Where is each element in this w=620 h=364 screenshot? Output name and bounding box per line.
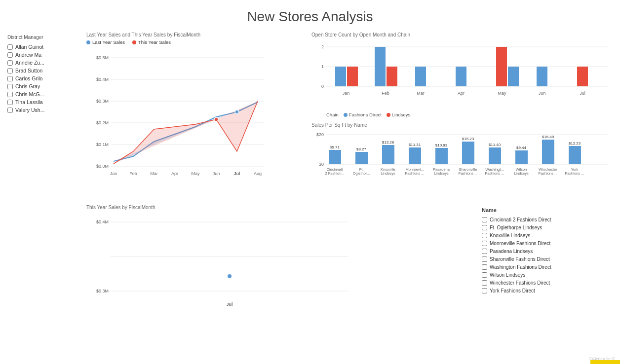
svg-text:Aug: Aug [254,171,262,176]
district-manager-filter: District Manager Allan GuinotAndrew MaAn… [0,30,79,364]
last-year-legend: Last Year Sales [86,39,125,45]
manager-item[interactable]: Tina Lassila [7,99,72,105]
name-filter-label: Cincinnati 2 Fashions Direct [490,217,551,222]
svg-text:2: 2 [321,44,324,49]
name-filter-item[interactable]: Ft. Oglethorpe Lindseys [482,225,610,230]
open-store-chart: 2 1 0 [311,39,613,111]
name-filter-label: Ft. Oglethorpe Lindseys [490,225,542,230]
svg-text:$15.23: $15.23 [462,137,474,141]
svg-point-22 [235,110,239,114]
name-filter-checkbox[interactable] [482,264,487,270]
svg-rect-61 [462,142,474,164]
last-year-dot [86,40,90,44]
last-year-label: Last Year Sales [92,39,125,45]
manager-item[interactable]: Allan Guinot [7,44,72,50]
name-filter-checkbox[interactable] [482,249,487,254]
name-filter-item[interactable]: York Fashions Direct [482,288,610,293]
name-filter-label: Wilson Lindseys [490,272,525,278]
name-filter-item[interactable]: Cincinnati 2 Fashions Direct [482,217,610,222]
name-filter-item[interactable]: Pasadena Lindseys [482,249,610,254]
svg-text:$0.4M: $0.4M [96,219,109,224]
manager-checkbox[interactable] [7,84,13,89]
manager-name: Valery Ush... [15,107,44,113]
svg-text:Jan: Jan [110,171,117,176]
svg-rect-38 [537,67,547,86]
name-filter-checkbox[interactable] [482,256,487,262]
manager-name: Chris McG... [15,91,44,97]
name-filter-item[interactable]: Monroeville Fashions Direct [482,241,610,246]
sales-sqft-title: Sales Per Sq Ft by Name [311,122,613,128]
line-chart-svg: $0.5M $0.4M $0.3M $0.2M $0.1M $0.0M Jan … [86,48,269,181]
svg-text:$20: $20 [316,132,324,137]
svg-text:Jul: Jul [226,302,232,307]
manager-checkbox[interactable] [7,68,13,73]
this-year-label: This Year Sales [138,39,171,45]
manager-item[interactable]: Andrew Ma [7,52,72,58]
manager-checkbox[interactable] [7,52,13,58]
fashions-direct-legend: Fashions Direct [344,112,382,117]
svg-rect-55 [382,145,394,164]
manager-checkbox[interactable] [7,60,13,66]
this-year-title: This Year Sales by FiscalMonth [86,205,465,210]
this-year-chart-svg: $0.4M $0.3M Jul [86,212,358,330]
right-charts: Open Store Count by Open Month and Chain… [309,30,615,197]
name-filter-item[interactable]: Knoxville Lindseys [482,233,610,238]
name-filter-checkbox[interactable] [482,217,487,222]
svg-text:Oglethor...: Oglethor... [353,171,370,176]
name-filter-item[interactable]: Winchester Fashions Direct [482,280,610,286]
svg-text:Lindseys: Lindseys [514,171,529,176]
svg-rect-59 [435,148,448,164]
svg-text:$8.27: $8.27 [356,147,367,151]
manager-checkbox[interactable] [7,44,13,50]
name-filter-checkbox[interactable] [482,225,487,230]
svg-rect-30 [335,67,346,86]
manager-checkbox[interactable] [7,92,13,97]
svg-text:$0.4M: $0.4M [96,77,109,82]
name-filter-checkbox[interactable] [482,288,487,293]
page-title: New Stores Analysis [0,0,620,30]
svg-text:$0: $0 [319,162,324,167]
name-filter-label: Knoxville Lindseys [490,233,530,238]
manager-item[interactable]: Carlos Grilo [7,75,72,81]
svg-text:Fashions ...: Fashions ... [565,171,584,176]
svg-rect-69 [569,146,581,164]
this-year-chart-container: This Year Sales by FiscalMonth $0.4M $0.… [84,202,467,340]
svg-text:$0.3M: $0.3M [96,289,109,293]
svg-text:Feb: Feb [129,171,137,176]
manager-item[interactable]: Chris McG... [7,91,72,97]
name-filter-item[interactable]: Washington Fashions Direct [482,264,610,270]
name-filter-checkbox[interactable] [482,241,487,246]
manager-checkbox[interactable] [7,76,13,81]
manager-item[interactable]: Chris Gray [7,83,72,89]
manager-name: Carlos Grilo [15,75,42,81]
svg-rect-63 [489,147,501,164]
manager-item[interactable]: Valery Ush... [7,107,72,113]
svg-text:$0.5M: $0.5M [96,55,109,60]
svg-point-23 [214,117,218,121]
svg-text:$16.48: $16.48 [542,135,554,139]
svg-rect-67 [542,140,554,164]
name-filter-label: Washington Fashions Direct [490,264,551,270]
svg-rect-37 [508,67,519,86]
svg-rect-53 [355,152,368,164]
name-filter-item[interactable]: Sharonville Fashions Direct [482,256,610,262]
manager-checkbox[interactable] [7,100,13,105]
svg-text:$9.71: $9.71 [330,145,340,149]
svg-text:Fashions ...: Fashions ... [405,171,425,176]
svg-text:$11.31: $11.31 [409,143,421,147]
name-filter-checkbox[interactable] [482,233,487,238]
name-filter-checkbox[interactable] [482,272,487,278]
svg-text:Apr: Apr [171,171,178,176]
manager-checkbox[interactable] [7,108,13,113]
svg-text:Jun: Jun [213,171,220,176]
svg-rect-32 [375,47,386,86]
name-filter-item[interactable]: Wilson Lindseys [482,272,610,278]
svg-text:Apr: Apr [458,91,465,96]
manager-item[interactable]: Annelie Zu... [7,60,72,66]
manager-name: Brad Sutton [15,68,42,73]
svg-text:$0.1M: $0.1M [96,142,109,147]
manager-item[interactable]: Brad Sutton [7,68,72,73]
sales-sqft-chart: $20 $0 $9.71 $8.27 $13 [311,130,613,186]
manager-name: Chris Gray [15,83,40,89]
name-filter-checkbox[interactable] [482,280,487,286]
